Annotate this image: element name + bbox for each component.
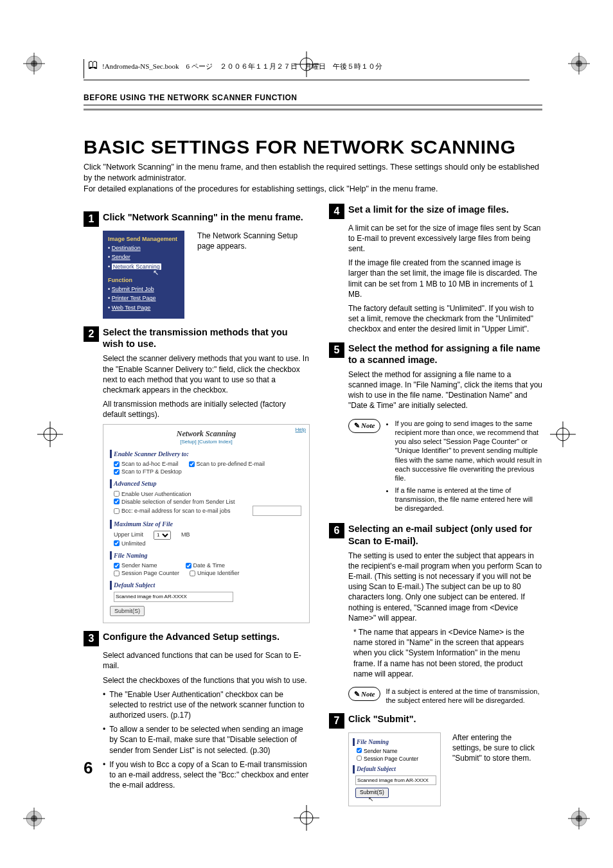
checkbox-ftp-desktop[interactable]: Scan to FTP & Desktop (114, 468, 182, 475)
form-sublinks[interactable]: [Setup] [Custom Index] (110, 439, 303, 446)
intro-paragraph-2: For detailed explanations of the procedu… (84, 184, 438, 193)
note-label-2: Note (348, 687, 380, 701)
checkbox-unique-identifier[interactable]: Unique Identifier (190, 569, 240, 577)
submit-button[interactable]: Submit(S) (110, 606, 145, 616)
section-advanced-setup: Advanced Setup (110, 479, 303, 488)
menu-web-test-page[interactable]: Web Test Page (112, 305, 151, 311)
step-2-paragraph-2: All transmission methods are initially s… (103, 399, 310, 420)
step-7-title: Click "Submit". (348, 713, 416, 725)
checkbox-session-page-counter[interactable]: Session Page Counter (114, 569, 179, 577)
submit-cb-sender[interactable] (357, 748, 362, 753)
section-file-naming: File Naming (110, 551, 303, 560)
checkbox-sender-name[interactable]: Sender Name (114, 562, 157, 569)
menu-destination[interactable]: Destination (112, 245, 141, 251)
bcc-input[interactable] (253, 506, 301, 516)
step-number-1: 1 (84, 211, 99, 227)
submit-form-screenshot: File Naming Sender Name Session Page Cou… (348, 732, 441, 806)
help-link[interactable]: Help (296, 427, 306, 434)
step-5-title: Select the method for assigning a file n… (348, 342, 542, 366)
step-3-bullet-2: To allow a sender to be selected when se… (109, 724, 310, 756)
form-title: Network Scanning (110, 429, 303, 439)
submit-cb-session[interactable] (357, 756, 362, 761)
step-4-paragraph-2: If the image file created from the scann… (348, 258, 542, 299)
reg-mark-top-right (568, 53, 590, 75)
running-head: 🕮 !Andromeda-NS_Sec.book 6 ページ ２００６年１１月２… (84, 59, 529, 78)
intro-paragraph-1: Click "Network Scanning" in the menu fra… (84, 163, 539, 182)
step-number-3: 3 (84, 631, 99, 646)
step-number-7: 7 (329, 713, 344, 729)
step-3-bullet-1: The "Enable User Authentication" checkbo… (109, 689, 310, 721)
section-default-subject: Default Subject (110, 581, 303, 590)
checkbox-user-auth[interactable]: Enable User Authentication (114, 490, 191, 498)
step-number-2: 2 (84, 326, 99, 342)
cursor-icon: ↖ (153, 271, 179, 274)
step-3-paragraph-2: Select the checkboxes of the functions t… (103, 675, 310, 686)
step-3-paragraph-1: Select advanced functions that can be us… (103, 650, 310, 671)
network-scanning-form-screenshot: Help Network Scanning [Setup] [Custom In… (103, 424, 310, 624)
step-2-title: Select the transmission methods that you… (103, 326, 310, 350)
section-header: BEFORE USING THE NETWORK SCANNER FUNCTIO… (84, 93, 542, 102)
checkbox-predefined-email[interactable]: Scan to pre-defined E-mail (189, 460, 265, 468)
menu-sender[interactable]: Sender (112, 254, 130, 260)
reg-mark-bottom-right (568, 808, 590, 829)
step-1-title: Click "Network Scanning" in the menu fra… (103, 211, 303, 223)
reg-mark-bottom-left (23, 808, 45, 829)
section-rule (84, 105, 542, 111)
submit-section-default-subject: Default Subject (353, 765, 436, 774)
step-5-note-1: If you are going to send images to the s… (395, 419, 542, 483)
step-number-6: 6 (329, 523, 344, 538)
step-6-title: Selecting an e-mail subject (only used f… (348, 523, 542, 546)
checkbox-bcc[interactable]: Bcc: e-mail address for scan to e-mail j… (114, 506, 231, 516)
page-number: 6 (84, 758, 93, 778)
step-5-note-2: If a file name is entered at the time of… (395, 486, 542, 513)
step-6-paragraph-1: The setting is used to enter the subject… (348, 551, 542, 623)
step-3-bullet-3: If you wish to Bcc a copy of a Scan to E… (109, 759, 310, 791)
crop-mark-bottom (294, 805, 319, 831)
note-label: Note (348, 419, 380, 433)
reg-mark-top-left (23, 53, 45, 75)
book-icon: 🕮 (88, 59, 98, 78)
step-4-paragraph-1: A limit can be set for the size of image… (348, 223, 542, 254)
page-title: BASIC SETTINGS FOR NETWORK SCANNING (84, 136, 542, 158)
menu-header-2: Function (108, 276, 179, 285)
menu-printer-test-page[interactable]: Printer Test Page (112, 295, 156, 301)
crop-mark-right (550, 421, 576, 447)
checkbox-adhoc-email[interactable]: Scan to ad-hoc E-mail (114, 460, 179, 468)
step-6-paragraph-2: * The name that appears in <Device Name>… (348, 627, 542, 679)
menu-screenshot: Image Send Management Destination Sender… (103, 231, 184, 319)
default-subject-input[interactable] (114, 592, 233, 602)
step-4-paragraph-3: The factory default setting is "Unlimite… (348, 303, 542, 335)
submit-section-file-naming: File Naming (353, 738, 436, 747)
step-number-5: 5 (329, 342, 344, 358)
running-head-rule (84, 80, 529, 80)
checkbox-date-time[interactable]: Date & Time (186, 562, 226, 569)
label-mb: MB (181, 531, 190, 538)
step-7-description: After entering the settings, be sure to … (452, 732, 542, 764)
step-5-paragraph-1: Select the method for assigning a file n… (348, 369, 542, 411)
step-1-description: The Network Scanning Setup page appears. (197, 231, 310, 251)
step-6-note-1: If a subject is entered at the time of t… (386, 687, 539, 704)
crop-mark-left (37, 421, 63, 447)
menu-submit-print-job[interactable]: Submit Print Job (112, 286, 154, 292)
running-head-text: !Andromeda-NS_Sec.book 6 ページ ２００６年１１月２７日… (102, 59, 382, 78)
step-number-4: 4 (329, 204, 344, 219)
upper-limit-select[interactable]: 1 (154, 531, 171, 540)
submit-default-subject-input[interactable] (355, 775, 436, 785)
checkbox-disable-sender[interactable]: Disable selection of sender from Sender … (114, 498, 235, 506)
checkbox-unlimited[interactable]: Unlimited (114, 540, 146, 547)
cursor-icon-2: ↖ (368, 798, 436, 801)
label-upper-limit: Upper Limit (114, 531, 143, 538)
section-enable-delivery: Enable Scanner Delivery to: (110, 450, 303, 459)
menu-header-1: Image Send Management (108, 235, 179, 244)
step-4-title: Set a limit for the size of image files. (348, 204, 509, 215)
step-2-paragraph-1: Select the scanner delivery methods that… (103, 353, 310, 395)
step-3-title: Configure the Advanced Setup settings. (103, 631, 280, 642)
section-max-file-size: Maximum Size of File (110, 520, 303, 529)
